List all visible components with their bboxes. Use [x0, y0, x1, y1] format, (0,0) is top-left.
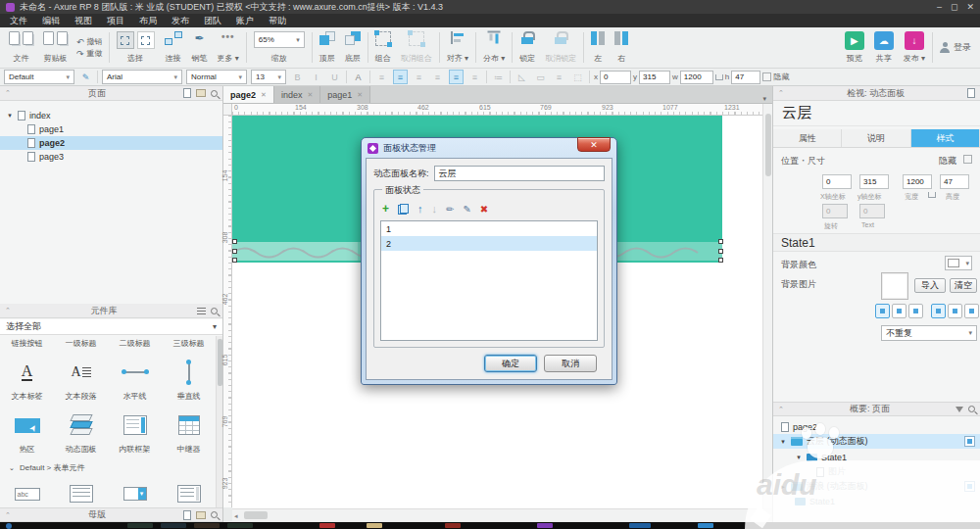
- menu-account[interactable]: 账户: [236, 15, 254, 27]
- ungroup-button[interactable]: 取消组合: [396, 29, 437, 66]
- start-orb-icon[interactable]: [6, 523, 12, 529]
- menu-file[interactable]: 文件: [10, 15, 27, 27]
- align-image-top-toggle[interactable]: [931, 304, 946, 318]
- width-input[interactable]: 1200: [903, 174, 932, 189]
- windows-taskbar[interactable]: [0, 522, 980, 529]
- fill-color-button[interactable]: ◺: [514, 70, 529, 84]
- select-intersect-button[interactable]: [117, 31, 134, 49]
- widget-dynamic-panel[interactable]: 动态面板: [54, 406, 108, 455]
- taskbar-item[interactable]: [445, 523, 461, 528]
- login-button[interactable]: 登录: [935, 29, 976, 66]
- page-tree-item-page1[interactable]: page1: [0, 122, 222, 136]
- tab-notes[interactable]: 说明: [842, 129, 910, 147]
- align-image-middle-toggle[interactable]: [948, 304, 962, 318]
- taskbar-item[interactable]: [161, 523, 186, 528]
- tab-page2[interactable]: page2✕: [223, 86, 274, 103]
- delete-state-icon[interactable]: ✖: [480, 204, 488, 215]
- lock-button[interactable]: 锁定: [514, 29, 540, 66]
- widget-hline[interactable]: 水平线: [108, 353, 162, 402]
- page-tree-item-page3[interactable]: page3: [0, 150, 222, 164]
- add-master-folder-icon[interactable]: [196, 511, 206, 519]
- edit-state-icon[interactable]: ✎: [463, 204, 470, 215]
- search-widgets-icon[interactable]: [211, 308, 218, 314]
- bg-image-preview[interactable]: [881, 272, 908, 300]
- widget-filter-select[interactable]: 选择全部: [0, 319, 222, 335]
- height-input[interactable]: 47: [940, 174, 969, 189]
- ok-button[interactable]: 确定: [484, 355, 537, 372]
- menu-help[interactable]: 帮助: [269, 15, 286, 27]
- align-text-left-button[interactable]: ≡: [374, 70, 389, 84]
- align-image-right-toggle[interactable]: [908, 304, 923, 318]
- move-state-up-icon[interactable]: ↑: [417, 203, 423, 215]
- taskbar-item[interactable]: [194, 523, 220, 528]
- taskbar-item[interactable]: [227, 523, 253, 528]
- menu-arrange[interactable]: 布局: [139, 15, 157, 27]
- selection-handle[interactable]: [232, 239, 237, 244]
- align-image-bottom-toggle[interactable]: [964, 304, 979, 318]
- image-repeat-select[interactable]: 不重复: [881, 325, 977, 341]
- file-tools[interactable]: 文件: [4, 29, 38, 66]
- align-image-left-toggle[interactable]: [875, 304, 890, 318]
- taskbar-item[interactable]: [698, 523, 713, 528]
- maximize-icon[interactable]: ◻: [951, 2, 957, 12]
- outline-item-image[interactable]: 图片: [773, 464, 980, 479]
- tab-style[interactable]: 样式: [911, 129, 980, 147]
- rotate-input[interactable]: 0: [822, 204, 848, 218]
- taskbar-item[interactable]: [367, 523, 382, 528]
- widget-label[interactable]: A 文本标签: [0, 353, 54, 402]
- expand-icon[interactable]: ▾: [795, 454, 803, 461]
- send-to-back[interactable]: 底层: [340, 29, 366, 66]
- valign-top-button[interactable]: ≡: [430, 70, 445, 84]
- line-style-button[interactable]: ⬚: [570, 70, 585, 84]
- zoom-select[interactable]: 65%: [254, 31, 305, 48]
- form-widgets-section[interactable]: ⌄ Default > 表单元件: [8, 462, 84, 473]
- taskbar-item[interactable]: [537, 523, 553, 528]
- italic-button[interactable]: I: [309, 70, 323, 84]
- bullet-list-button[interactable]: ≔: [491, 70, 506, 84]
- align-text-right-button[interactable]: ≡: [412, 70, 426, 84]
- close-tab-icon[interactable]: ✕: [307, 91, 313, 99]
- bring-to-front[interactable]: 顶层: [315, 29, 340, 66]
- page-tree-item-page2[interactable]: page2: [0, 136, 222, 150]
- selection-handle[interactable]: [232, 249, 237, 254]
- visibility-toggle-icon[interactable]: [964, 481, 975, 492]
- x-coord-input[interactable]: 0: [600, 71, 631, 84]
- selection-handle[interactable]: [718, 258, 723, 263]
- widget-style-select[interactable]: Default: [4, 70, 74, 84]
- collapse-panel-icon[interactable]: ⌃: [5, 511, 11, 519]
- preview-button[interactable]: ▶ 预览: [840, 29, 869, 66]
- widget-name-field[interactable]: 云层: [773, 101, 980, 126]
- new-file-icon[interactable]: [9, 31, 20, 45]
- widget-vline[interactable]: 垂直线: [162, 353, 216, 402]
- dialog-close-button[interactable]: ✕: [577, 137, 611, 152]
- align-right-edge-button[interactable]: 右: [610, 29, 633, 66]
- collapse-panel-icon[interactable]: ⌃: [778, 406, 784, 413]
- paste-icon[interactable]: [43, 31, 54, 45]
- close-tab-icon[interactable]: ✕: [357, 91, 363, 99]
- line-color-button[interactable]: ▭: [533, 70, 548, 84]
- outline-item-wave-panel[interactable]: ▸ 海浪 (动态面板): [773, 479, 980, 494]
- font-size-select[interactable]: 13: [251, 70, 286, 84]
- search-pages-icon[interactable]: [211, 90, 218, 97]
- expand-icon[interactable]: ▸: [779, 483, 787, 491]
- add-page-icon[interactable]: [183, 88, 191, 98]
- widgets-menu-icon[interactable]: [197, 308, 206, 314]
- taskbar-item[interactable]: [319, 523, 335, 528]
- cancel-button[interactable]: 取消: [544, 355, 597, 372]
- hide-checkbox[interactable]: [762, 72, 771, 81]
- line-width-button[interactable]: ≡: [552, 70, 566, 84]
- page-tree-item-index[interactable]: ▾ index: [0, 109, 222, 122]
- share-button[interactable]: ☁ 共享: [869, 29, 899, 66]
- hide-widget-checkbox[interactable]: [963, 155, 972, 164]
- taskbar-item[interactable]: [629, 523, 651, 528]
- align-button[interactable]: 对齐 ▾: [442, 29, 473, 66]
- y-coord-input[interactable]: 315: [639, 71, 670, 84]
- width-input[interactable]: 1200: [680, 71, 713, 84]
- outline-item-page2[interactable]: page2: [773, 419, 980, 434]
- pen-tool[interactable]: ✒ 钢笔: [187, 29, 213, 66]
- edit-all-states-icon[interactable]: ✏: [446, 204, 454, 215]
- clear-image-button[interactable]: 清空: [950, 278, 977, 293]
- connect-tool[interactable]: 连接: [160, 29, 187, 66]
- scroll-left-icon[interactable]: ◂: [234, 512, 238, 520]
- widget-hotspot[interactable]: 热区: [0, 406, 54, 455]
